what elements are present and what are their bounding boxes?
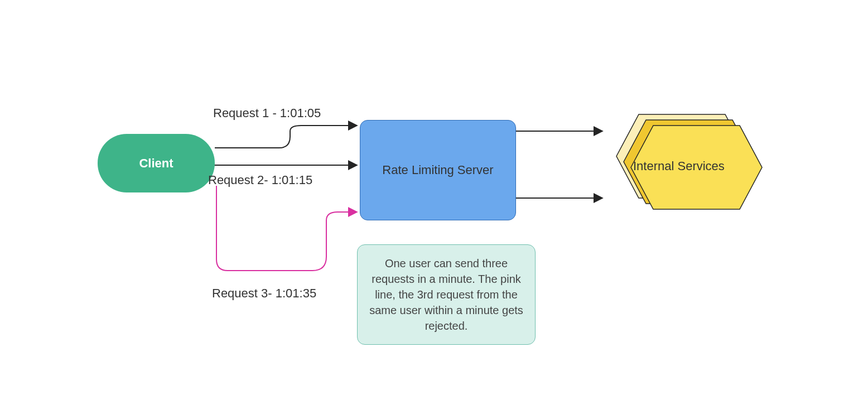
note-text: One user can send three requests in a mi…	[368, 256, 525, 334]
server-node: Rate Limiting Server	[360, 120, 516, 220]
note-box: One user can send three requests in a mi…	[357, 244, 536, 345]
server-label: Rate Limiting Server	[382, 162, 493, 179]
request-2-label: Request 2- 1:01:15	[208, 173, 312, 187]
client-node: Client	[98, 134, 215, 192]
diagram-canvas: Client Rate Limiting Server Internal Ser…	[0, 0, 868, 395]
client-label: Client	[139, 156, 173, 171]
services-label: Internal Services	[633, 159, 725, 174]
arrow-request-3	[216, 186, 357, 271]
request-1-label: Request 1 - 1:01:05	[213, 106, 321, 121]
request-3-label: Request 3- 1:01:35	[212, 286, 316, 301]
arrow-request-1	[215, 126, 357, 148]
